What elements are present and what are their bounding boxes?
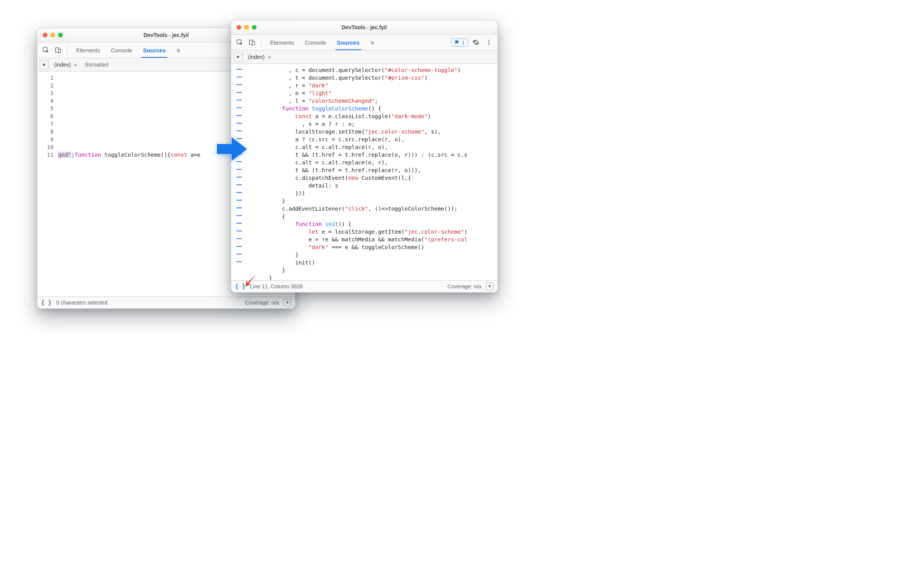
expand-icon[interactable] <box>486 283 494 290</box>
inspect-element-icon[interactable] <box>40 45 51 55</box>
issues-chip[interactable]: 1 <box>451 38 468 47</box>
svg-point-6 <box>489 40 490 41</box>
annotation-arrow-down-left-icon <box>244 272 259 289</box>
separator <box>261 38 262 47</box>
tab-console[interactable]: Console <box>300 35 331 50</box>
maximize-window-button[interactable] <box>58 33 63 37</box>
svg-point-7 <box>489 42 490 43</box>
code-editor[interactable]: , c = document.querySelector("#color-sch… <box>231 64 497 280</box>
navigator-toggle-icon[interactable] <box>40 60 49 69</box>
selection-status: 9 characters selected <box>56 300 107 306</box>
device-toolbar-icon[interactable] <box>247 37 257 48</box>
statusbar: { } Line 11, Column 3939 Coverage: n/a <box>231 280 497 292</box>
inspect-element-icon[interactable] <box>234 37 245 48</box>
file-tab-index[interactable]: (index) × <box>53 62 79 68</box>
file-tab-label: :formatted <box>84 62 108 68</box>
close-window-button[interactable] <box>237 25 241 30</box>
file-tab-formatted[interactable]: :formatted <box>83 62 110 68</box>
devtools-window-right: DevTools - jec.fyi/ Elements Console Sou… <box>231 20 498 293</box>
gear-icon[interactable] <box>470 37 481 48</box>
file-tab-index[interactable]: (index) × <box>247 54 273 60</box>
titlebar[interactable]: DevTools - jec.fyi/ <box>231 20 497 35</box>
issues-count: 1 <box>462 40 465 45</box>
device-toolbar-icon[interactable] <box>53 45 63 55</box>
statusbar: { } 9 characters selected Coverage: n/a <box>37 296 295 308</box>
code-area[interactable]: , c = document.querySelector("#color-sch… <box>247 64 497 280</box>
close-icon[interactable]: × <box>74 62 77 68</box>
window-title: DevTools - jec.fyi/ <box>231 24 497 30</box>
svg-rect-5 <box>252 42 255 45</box>
svg-rect-2 <box>58 49 61 53</box>
close-window-button[interactable] <box>43 33 47 37</box>
file-tab-label: (index) <box>248 54 265 60</box>
expand-icon[interactable] <box>284 299 291 306</box>
maximize-window-button[interactable] <box>252 25 257 30</box>
tab-more[interactable]: » <box>172 42 185 58</box>
line-number-gutter: 1234567891011 <box>37 72 57 296</box>
line-number-gutter <box>231 64 247 280</box>
coverage-status: Coverage: n/a <box>245 300 279 306</box>
coverage-status: Coverage: n/a <box>447 283 481 290</box>
tab-console[interactable]: Console <box>107 42 137 58</box>
tab-sources[interactable]: Sources <box>332 35 364 50</box>
file-tab-label: (index) <box>54 62 71 68</box>
svg-point-8 <box>489 44 490 45</box>
tab-elements[interactable]: Elements <box>72 42 105 58</box>
navigator-toggle-icon[interactable] <box>234 52 243 62</box>
tab-elements[interactable]: Elements <box>265 35 299 50</box>
tab-more[interactable]: » <box>366 35 379 50</box>
annotation-arrow-right-icon <box>217 136 247 164</box>
separator <box>67 46 68 54</box>
devtools-toolbar: Elements Console Sources » 1 <box>231 35 497 50</box>
kebab-menu-icon[interactable] <box>484 37 494 48</box>
tab-sources[interactable]: Sources <box>138 42 170 58</box>
minimize-window-button[interactable] <box>244 25 249 30</box>
close-icon[interactable]: × <box>268 54 271 60</box>
file-tabstrip: (index) × <box>231 50 497 64</box>
minimize-window-button[interactable] <box>50 33 55 37</box>
pretty-print-icon[interactable]: { } <box>41 299 52 306</box>
